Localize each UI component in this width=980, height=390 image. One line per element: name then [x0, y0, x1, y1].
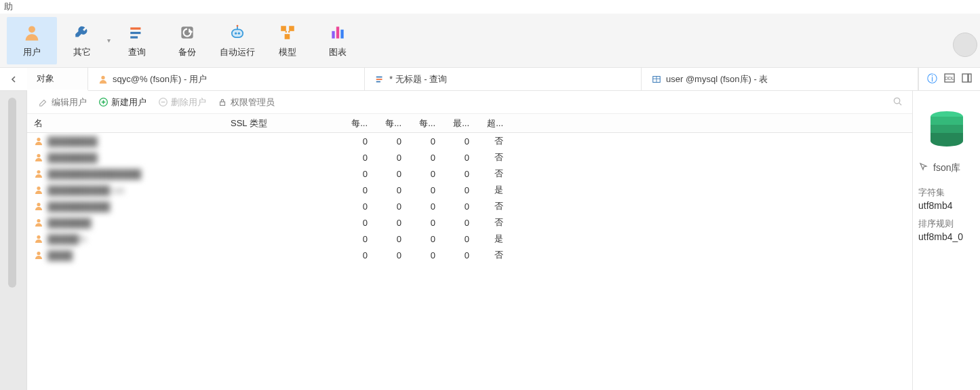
- search-button[interactable]: [890, 94, 905, 111]
- collapse-sidebar-button[interactable]: [0, 68, 27, 90]
- per2-cell: 0: [373, 218, 407, 228]
- svg-point-7: [238, 32, 240, 34]
- svg-point-36: [37, 154, 40, 157]
- info-icon[interactable]: ⓘ: [927, 73, 937, 85]
- dropdown-caret-icon[interactable]: ▾: [107, 17, 112, 64]
- column-name[interactable]: 名: [27, 117, 231, 130]
- table-row[interactable]: █████%0000是: [27, 231, 912, 247]
- chart-icon: [328, 23, 347, 42]
- grid-header: 名 SSL 类型 每... 每... 每... 最... 超...: [27, 114, 912, 133]
- svg-rect-32: [220, 102, 225, 105]
- db-name: fson库: [933, 162, 960, 174]
- svg-rect-25: [962, 74, 968, 82]
- toolbar-backup-label: 备份: [178, 46, 196, 58]
- per1-cell: 0: [339, 250, 373, 260]
- account-avatar[interactable]: [953, 33, 977, 57]
- toolbar-model-button[interactable]: 模型: [262, 17, 313, 64]
- per2-cell: 0: [373, 136, 407, 147]
- table-row[interactable]: ██████████ ost0000是: [27, 182, 912, 198]
- column-over[interactable]: 超...: [475, 117, 509, 130]
- per2-cell: 0: [373, 185, 407, 195]
- max-cell: 0: [441, 185, 475, 195]
- charset-value: utf8mb4: [918, 200, 975, 211]
- svg-rect-3: [130, 36, 138, 38]
- toolbar-user-button[interactable]: 用户: [7, 17, 57, 64]
- toolbar-backup-button[interactable]: 备份: [162, 17, 212, 64]
- privilege-admin-label: 权限管理员: [231, 96, 275, 109]
- column-ssl[interactable]: SSL 类型: [231, 117, 305, 130]
- delete-user-label: 删除用户: [171, 96, 206, 109]
- tab-query-untitled[interactable]: * 无标题 - 查询: [365, 68, 642, 90]
- per3-cell: 0: [407, 169, 441, 179]
- toolbar-chart-button[interactable]: 图表: [313, 17, 363, 64]
- per1-cell: 0: [339, 136, 373, 147]
- table-row[interactable]: ████████0000否: [27, 133, 912, 149]
- column-max[interactable]: 最...: [441, 117, 475, 130]
- panel-layout-icon[interactable]: [962, 73, 972, 85]
- new-user-label: 新建用户: [111, 96, 146, 109]
- svg-rect-14: [336, 26, 339, 38]
- user-row-icon: [34, 234, 43, 243]
- svg-rect-13: [332, 31, 334, 38]
- svg-line-34: [899, 102, 901, 104]
- cursor-icon: [918, 161, 929, 174]
- toolbar-other-label: 其它: [73, 46, 91, 58]
- user-small-icon: [98, 74, 109, 85]
- delete-user-button[interactable]: 删除用户: [153, 95, 210, 110]
- ddl-view-icon[interactable]: DDL: [944, 73, 955, 85]
- user-row-icon: [34, 169, 43, 178]
- model-icon: [278, 23, 297, 42]
- toolbar-query-button[interactable]: 查询: [112, 17, 162, 64]
- toolbar-model-label: 模型: [279, 46, 296, 58]
- table-row[interactable]: ████0000否: [27, 247, 912, 263]
- over-cell: 是: [475, 233, 509, 245]
- tab-table-user[interactable]: user @mysql (fson库) - 表: [642, 68, 918, 90]
- new-user-button[interactable]: 新建用户: [94, 95, 151, 110]
- per2-cell: 0: [373, 201, 407, 212]
- user-row-icon: [34, 153, 43, 162]
- svg-point-37: [37, 170, 40, 174]
- svg-rect-10: [281, 26, 286, 31]
- user-name-cell: ████: [47, 250, 73, 260]
- svg-rect-26: [968, 74, 971, 82]
- svg-point-40: [37, 219, 40, 222]
- backup-icon: [178, 23, 197, 42]
- max-cell: 0: [441, 250, 475, 260]
- privilege-admin-button[interactable]: 权限管理员: [213, 95, 279, 110]
- info-toggle-group: ⓘ DDL: [918, 68, 980, 90]
- table-row[interactable]: ███████0000否: [27, 214, 912, 231]
- collation-value: utf8mb4_0: [918, 231, 975, 242]
- user-name-cell: █████%: [47, 234, 87, 244]
- over-cell: 是: [475, 184, 509, 196]
- tab-user-detail[interactable]: sqyc@% (fson库) - 用户: [88, 68, 365, 90]
- over-cell: 否: [475, 200, 509, 212]
- per3-cell: 0: [407, 201, 441, 212]
- toolbar-auto-button[interactable]: 自动运行: [212, 17, 262, 64]
- edit-user-button[interactable]: 编辑用户: [34, 95, 91, 110]
- per2-cell: 0: [373, 153, 407, 163]
- toolbar-other-button[interactable]: 其它: [57, 17, 107, 64]
- toolbar-query-label: 查询: [128, 46, 146, 58]
- minus-circle-icon: [157, 97, 168, 108]
- svg-point-39: [37, 203, 40, 206]
- user-icon: [22, 23, 41, 42]
- per2-cell: 0: [373, 250, 407, 260]
- tab-objects[interactable]: 对象: [27, 68, 88, 91]
- max-cell: 0: [441, 136, 475, 147]
- table-row[interactable]: ████████0000否: [27, 149, 912, 165]
- column-per-2[interactable]: 每...: [373, 117, 407, 130]
- pencil-icon: [38, 97, 49, 108]
- svg-point-9: [237, 24, 239, 26]
- svg-rect-2: [130, 31, 140, 33]
- table-row[interactable]: ███████████████0000否: [27, 165, 912, 182]
- over-cell: 否: [475, 249, 509, 261]
- per3-cell: 0: [407, 218, 441, 228]
- column-per-1[interactable]: 每...: [339, 117, 373, 130]
- per2-cell: 0: [373, 169, 407, 179]
- per3-cell: 0: [407, 234, 441, 244]
- column-per-3[interactable]: 每...: [407, 117, 441, 130]
- svg-rect-15: [340, 29, 343, 38]
- main-toolbar: 用户 其它 ▾ 查询 备份 自动运行: [0, 14, 980, 68]
- table-row[interactable]: ██████████0000否: [27, 198, 912, 214]
- scrollbar-thumb[interactable]: [8, 98, 16, 288]
